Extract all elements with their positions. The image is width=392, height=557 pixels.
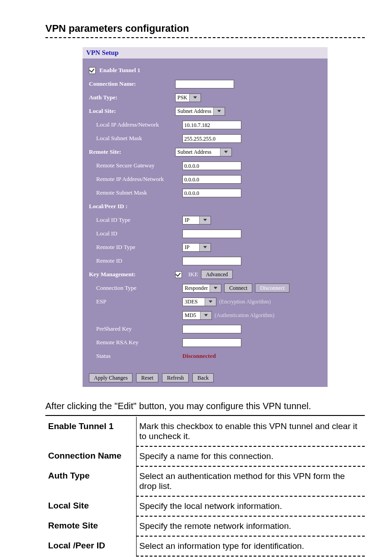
local-id-label: Local ID	[89, 230, 182, 237]
remote-rsa-label: Remote RSA Key	[89, 339, 182, 346]
reset-button[interactable]: Reset	[136, 373, 158, 382]
esp-label: ESP	[89, 298, 182, 305]
remote-gateway-input[interactable]: 0.0.0.0	[182, 161, 241, 170]
ike-label: IKE	[188, 271, 198, 278]
param-name: Local /Peer ID	[45, 536, 137, 556]
chevron-down-icon	[205, 298, 216, 306]
param-name: Enable Tunnel 1	[45, 417, 137, 446]
local-ip-label: Local IP Address/Network	[89, 121, 182, 128]
table-row: Auth TypeSelect an authentication method…	[45, 466, 365, 496]
table-row: Local SiteSpecify the local network info…	[45, 496, 365, 516]
local-id-type-label: Local ID Type	[89, 216, 182, 224]
auth-type-label: Auth Type:	[89, 94, 175, 101]
connection-name-label: Connection Name:	[89, 80, 175, 88]
esp-auth-note: (Authentication Algorithm)	[215, 312, 274, 319]
local-id-input[interactable]	[182, 230, 241, 238]
local-mask-input[interactable]: 255.255.255.0	[182, 134, 241, 143]
caption-text: After clicking the "Edit" button, you ma…	[45, 398, 365, 416]
parameter-description-table: Enable Tunnel 1Mark this checkbox to ena…	[45, 417, 365, 557]
remote-id-type-select[interactable]: IP	[182, 243, 211, 252]
param-name: Remote Site	[45, 516, 137, 536]
param-name: Local Site	[45, 496, 137, 516]
chevron-down-icon	[199, 216, 211, 224]
table-row: Enable Tunnel 1Mark this checkbox to ena…	[45, 417, 365, 446]
remote-ip-label: Remote IP Address/Network	[89, 176, 182, 183]
preshared-key-input[interactable]	[182, 325, 241, 333]
connect-button[interactable]: Connect	[224, 283, 252, 293]
param-name: Auth Type	[45, 466, 137, 496]
esp-auth-select[interactable]: MD5	[182, 311, 212, 320]
param-description: Select an information type for identific…	[137, 536, 365, 556]
table-row: Remote SiteSpecify the remote network in…	[45, 516, 365, 536]
esp-enc-select[interactable]: 3DES	[182, 298, 216, 306]
connection-name-input[interactable]	[175, 80, 234, 88]
apply-changes-button[interactable]: Apply Changes	[89, 373, 132, 382]
disconnect-button[interactable]: Disconnect	[255, 283, 289, 293]
remote-id-input[interactable]	[182, 257, 241, 265]
param-description: Specify a name for this connection.	[137, 446, 365, 466]
auth-type-select[interactable]: PSK	[175, 93, 201, 102]
param-description: Specify the remote network information.	[137, 516, 365, 536]
local-site-label: Local Site:	[89, 107, 175, 115]
table-row: Local /Peer IDSelect an information type…	[45, 536, 365, 556]
enable-tunnel-checkbox[interactable]	[89, 67, 96, 74]
param-description: Specify the local network information.	[137, 496, 365, 516]
chevron-down-icon	[213, 107, 225, 115]
remote-site-label: Remote Site:	[89, 148, 175, 156]
remote-id-type-label: Remote ID Type	[89, 244, 182, 251]
esp-enc-note: (Encryption Algorithm)	[219, 298, 271, 305]
panel-header: VPN Setup	[83, 47, 328, 59]
refresh-button[interactable]: Refresh	[162, 373, 189, 382]
enable-tunnel-label: Enable Tunnel 1	[99, 67, 140, 74]
page-title: VPN parameters configuration	[45, 23, 365, 38]
remote-ip-input[interactable]: 0.0.0.0	[182, 175, 241, 184]
status-value: Disconnected	[182, 352, 216, 360]
chevron-down-icon	[200, 312, 211, 319]
advanced-button[interactable]: Advanced	[201, 270, 233, 279]
local-peer-id-head: Local/Peer ID :	[89, 203, 175, 210]
remote-gateway-label: Remote Secure Gateway	[89, 162, 182, 169]
ike-checkbox[interactable]	[175, 271, 182, 278]
vpn-setup-panel: VPN Setup Enable Tunnel 1 Connection Nam…	[83, 47, 328, 387]
remote-site-select[interactable]: Subnet Address	[175, 148, 232, 156]
remote-rsa-input[interactable]	[182, 338, 241, 347]
remote-mask-label: Remote Subnet Mask	[89, 189, 182, 196]
chevron-down-icon	[199, 244, 211, 251]
preshared-key-label: PreShared Key	[89, 325, 182, 332]
param-description: Mark this checkbox to enable this VPN tu…	[137, 417, 365, 446]
remote-id-label: Remote ID	[89, 257, 182, 264]
key-mgmt-head: Key Management:	[89, 271, 175, 278]
back-button[interactable]: Back	[192, 373, 214, 382]
status-label: Status	[89, 352, 182, 360]
connection-type-label: Connection Type	[89, 284, 182, 292]
connection-type-select[interactable]: Responder	[182, 284, 221, 293]
chevron-down-icon	[189, 94, 201, 102]
table-row: Connection NameSpecify a name for this c…	[45, 446, 365, 466]
local-ip-input[interactable]: 10.10.7.182	[182, 121, 241, 129]
param-name: Connection Name	[45, 446, 137, 466]
local-id-type-select[interactable]: IP	[182, 216, 211, 225]
remote-mask-input[interactable]: 0.0.0.0	[182, 189, 241, 197]
chevron-down-icon	[220, 148, 231, 156]
local-site-select[interactable]: Subnet Address	[175, 107, 225, 116]
param-description: Select an authentication method for this…	[137, 466, 365, 496]
local-mask-label: Local Subnet Mask	[89, 135, 182, 142]
chevron-down-icon	[210, 284, 221, 292]
